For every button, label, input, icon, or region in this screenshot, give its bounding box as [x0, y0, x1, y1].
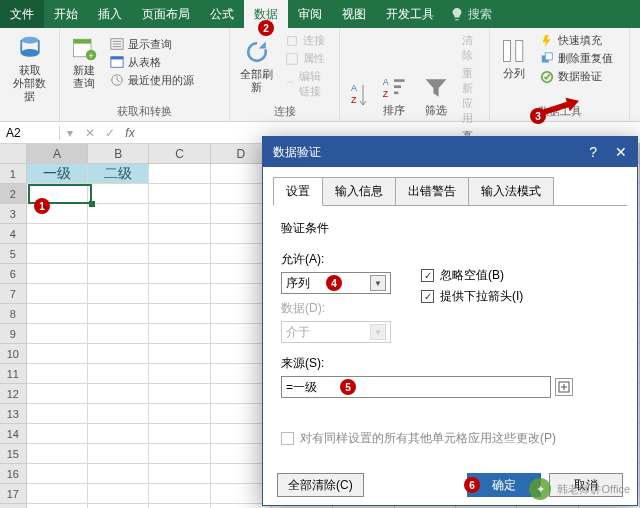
sort-dialog-button[interactable]: AZ 排序	[376, 72, 412, 119]
namebox-dropdown[interactable]: ▾	[60, 126, 80, 140]
sort-az-button[interactable]: AZ	[346, 79, 370, 113]
dialog-close-button[interactable]: ✕	[615, 144, 627, 160]
cell[interactable]	[27, 384, 88, 404]
cell[interactable]	[88, 504, 149, 508]
row-header-11[interactable]: 11	[0, 364, 27, 384]
cell[interactable]	[149, 304, 210, 324]
row-header-13[interactable]: 13	[0, 404, 27, 424]
row-header-4[interactable]: 4	[0, 224, 27, 244]
range-picker-button[interactable]	[555, 378, 573, 396]
cell[interactable]	[88, 384, 149, 404]
row-header-3[interactable]: 3	[0, 204, 27, 224]
cell[interactable]	[88, 424, 149, 444]
cell[interactable]	[27, 344, 88, 364]
cell[interactable]	[27, 424, 88, 444]
row-header-15[interactable]: 15	[0, 444, 27, 464]
cell[interactable]	[149, 324, 210, 344]
cell[interactable]	[149, 344, 210, 364]
dialog-titlebar[interactable]: 数据验证 ? ✕	[263, 137, 637, 167]
cell[interactable]	[88, 304, 149, 324]
row-header-10[interactable]: 10	[0, 344, 27, 364]
cell[interactable]	[149, 284, 210, 304]
row-header-7[interactable]: 7	[0, 284, 27, 304]
name-box[interactable]: A2	[0, 126, 60, 140]
cell[interactable]	[27, 484, 88, 504]
ok-button[interactable]: 6 确定	[467, 473, 541, 497]
allow-combo[interactable]: 序列 4 ▼	[281, 272, 391, 294]
cell[interactable]	[27, 244, 88, 264]
tab-view[interactable]: 视图	[332, 0, 376, 28]
dialog-tab-settings[interactable]: 设置	[273, 177, 323, 206]
dialog-tab-error[interactable]: 出错警告	[395, 177, 469, 206]
row-header-2[interactable]: 2	[0, 184, 27, 204]
col-header-C[interactable]: C	[149, 144, 210, 164]
cell[interactable]	[88, 184, 149, 204]
row-header-6[interactable]: 6	[0, 264, 27, 284]
col-header-A[interactable]: A	[27, 144, 88, 164]
recent-sources-button[interactable]: 最近使用的源	[108, 72, 196, 89]
cell[interactable]	[27, 224, 88, 244]
clear-all-button[interactable]: 全部清除(C)	[277, 473, 364, 497]
source-input[interactable]: =一级 5	[281, 376, 551, 398]
cell[interactable]	[149, 424, 210, 444]
select-all-corner[interactable]	[0, 144, 27, 164]
refresh-all-button[interactable]: 全部刷新	[236, 36, 277, 96]
cell[interactable]	[149, 264, 210, 284]
cell[interactable]	[88, 444, 149, 464]
fill-handle[interactable]	[89, 201, 95, 207]
tab-developer[interactable]: 开发工具	[376, 0, 444, 28]
row-header-1[interactable]: 1	[0, 164, 27, 184]
tab-formula[interactable]: 公式	[200, 0, 244, 28]
text-to-columns-button[interactable]: 分列	[496, 35, 532, 82]
cell[interactable]	[88, 344, 149, 364]
cell[interactable]	[149, 464, 210, 484]
cell[interactable]	[88, 264, 149, 284]
col-header-B[interactable]: B	[88, 144, 149, 164]
row-header-12[interactable]: 12	[0, 384, 27, 404]
remove-duplicates-button[interactable]: 删除重复值	[538, 50, 615, 67]
cell[interactable]	[27, 304, 88, 324]
dialog-tab-input[interactable]: 输入信息	[322, 177, 396, 206]
row-header-14[interactable]: 14	[0, 424, 27, 444]
filter-button[interactable]: 筛选	[418, 72, 454, 119]
insert-function-button[interactable]: fx	[120, 126, 140, 140]
cell[interactable]	[88, 464, 149, 484]
cancel-button[interactable]: 取消	[549, 473, 623, 497]
row-header-9[interactable]: 9	[0, 324, 27, 344]
cell[interactable]	[27, 284, 88, 304]
cell[interactable]	[27, 324, 88, 344]
cell[interactable]	[88, 324, 149, 344]
in-cell-dropdown-checkbox[interactable]: ✓ 提供下拉箭头(I)	[421, 288, 523, 305]
tab-page-layout[interactable]: 页面布局	[132, 0, 200, 28]
cancel-formula-button[interactable]: ✕	[80, 126, 100, 140]
row-header-16[interactable]: 16	[0, 464, 27, 484]
show-queries-button[interactable]: 显示查询	[108, 36, 196, 53]
cell[interactable]	[88, 224, 149, 244]
cell[interactable]	[27, 504, 88, 508]
cell[interactable]	[149, 164, 210, 184]
dialog-tab-ime[interactable]: 输入法模式	[468, 177, 554, 206]
cell[interactable]	[149, 404, 210, 424]
cell[interactable]	[27, 264, 88, 284]
cell[interactable]	[27, 404, 88, 424]
row-header-17[interactable]: 17	[0, 484, 27, 504]
cell[interactable]	[149, 364, 210, 384]
row-header-8[interactable]: 8	[0, 304, 27, 324]
tab-review[interactable]: 审阅	[288, 0, 332, 28]
tell-me-search[interactable]: 搜索	[450, 0, 492, 28]
tab-home[interactable]: 开始	[44, 0, 88, 28]
cell[interactable]	[149, 184, 210, 204]
cell[interactable]	[149, 484, 210, 504]
enter-formula-button[interactable]: ✓	[100, 126, 120, 140]
cell[interactable]	[27, 364, 88, 384]
cell[interactable]	[88, 284, 149, 304]
cell[interactable]	[88, 364, 149, 384]
cell[interactable]	[149, 384, 210, 404]
tab-insert[interactable]: 插入	[88, 0, 132, 28]
cell[interactable]	[88, 204, 149, 224]
ignore-blank-checkbox[interactable]: ✓ 忽略空值(B)	[421, 267, 523, 284]
cell[interactable]	[149, 444, 210, 464]
cell[interactable]	[149, 224, 210, 244]
from-table-button[interactable]: 从表格	[108, 54, 196, 71]
cell[interactable]: 一级	[27, 164, 88, 184]
